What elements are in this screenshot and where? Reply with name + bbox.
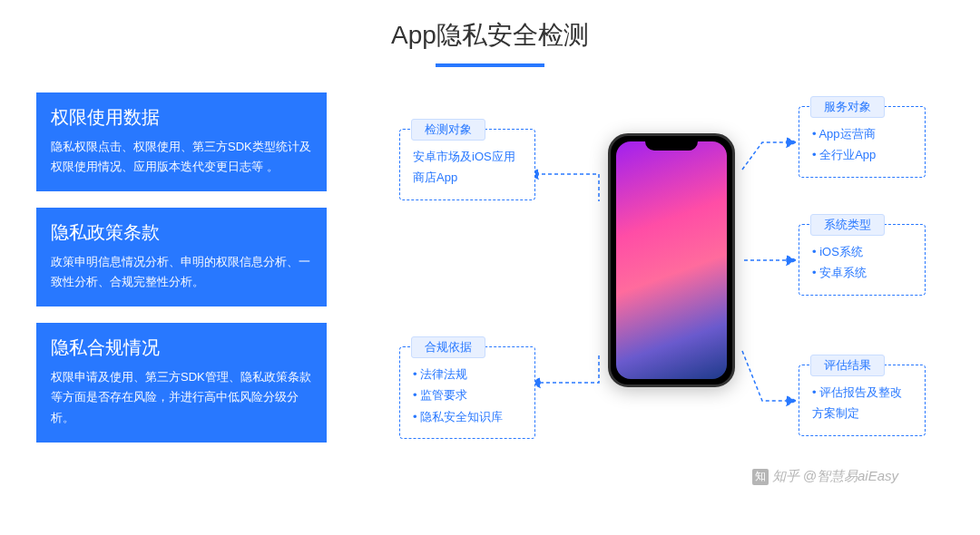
list-item: 监管要求: [413, 384, 522, 405]
phone-mockup: [608, 133, 735, 387]
list-item: App运营商: [812, 123, 912, 144]
list-item: 全行业App: [812, 144, 912, 165]
list-item: 隐私安全知识库: [413, 406, 522, 427]
list-item: iOS系统: [812, 241, 912, 262]
card-header: 服务对象: [810, 96, 885, 118]
block-title: 隐私合规情况: [51, 336, 312, 360]
card-system-type: 系统类型 iOS系统 安卓系统: [799, 224, 926, 296]
card-header: 评估结果: [810, 355, 885, 376]
list-item: 法律法规: [413, 364, 522, 384]
card-body: 法律法规 监管要求 隐私安全知识库: [400, 347, 534, 438]
card-service-target: 服务对象 App运营商 全行业App: [799, 106, 926, 178]
block-desc: 权限申请及使用、第三方SDK管理、隐私政策条款等方面是否存在风险，并进行高中低风…: [51, 367, 312, 427]
block-desc: 政策申明信息情况分析、申明的权限信息分析、一致性分析、合规完整性分析。: [51, 252, 312, 292]
svg-marker-2: [787, 138, 796, 147]
block-permission-data: 权限使用数据 隐私权限点击、权限使用、第三方SDK类型统计及权限使用情况、应用版…: [36, 92, 327, 191]
block-title: 隐私政策条款: [51, 220, 312, 245]
block-compliance: 隐私合规情况 权限申请及使用、第三方SDK管理、隐私政策条款等方面是否存在风险，…: [36, 323, 327, 442]
watermark-text: 知乎 @智慧易aiEasy: [772, 468, 898, 485]
svg-marker-4: [787, 396, 796, 405]
watermark: 知 知乎 @智慧易aiEasy: [752, 468, 898, 485]
block-desc: 隐私权限点击、权限使用、第三方SDK类型统计及权限使用情况、应用版本迭代变更日志…: [51, 137, 312, 177]
card-eval-result: 评估结果 评估报告及整改方案制定: [799, 365, 926, 436]
zhihu-icon: 知: [752, 469, 769, 485]
card-detect-target: 检测对象 安卓市场及iOS应用商店App: [399, 129, 535, 200]
block-title: 权限使用数据: [51, 105, 312, 130]
block-privacy-policy: 隐私政策条款 政策申明信息情况分析、申明的权限信息分析、一致性分析、合规完整性分…: [36, 208, 327, 306]
page-title: App隐私安全检测: [0, 0, 980, 53]
left-column: 权限使用数据 隐私权限点击、权限使用、第三方SDK类型统计及权限使用情况、应用版…: [36, 92, 327, 443]
svg-marker-3: [787, 256, 796, 265]
phone-screen: [616, 141, 727, 379]
card-header: 检测对象: [411, 119, 485, 141]
diagram-area: 检测对象 安卓市场及iOS应用商店App 合规依据 法律法规 监管要求 隐私安全…: [327, 92, 944, 443]
card-compliance-basis: 合规依据 法律法规 监管要求 隐私安全知识库: [399, 346, 535, 439]
card-header: 系统类型: [810, 214, 885, 236]
phone-notch: [645, 136, 698, 151]
list-item: 评估报告及整改方案制定: [812, 382, 912, 424]
list-item: 安卓系统: [812, 262, 912, 283]
content-area: 权限使用数据 隐私权限点击、权限使用、第三方SDK类型统计及权限使用情况、应用版…: [0, 67, 980, 443]
card-header: 合规依据: [411, 336, 485, 358]
